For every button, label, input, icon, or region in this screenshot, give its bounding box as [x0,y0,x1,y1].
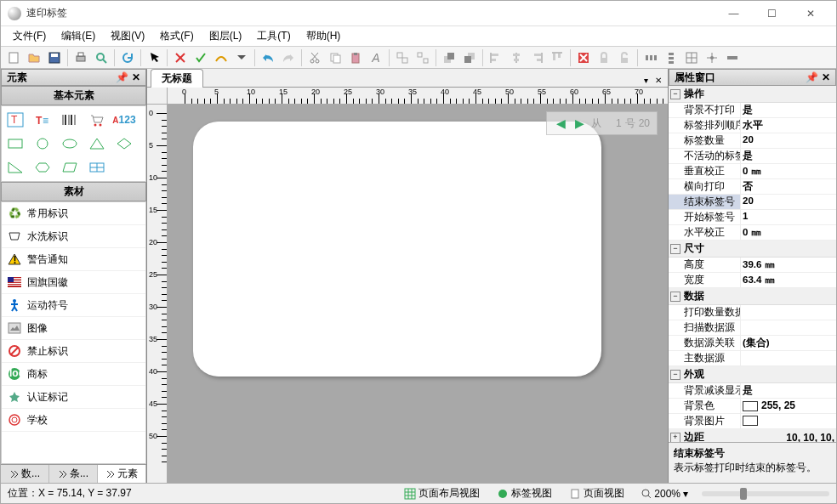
group-data[interactable]: −数据 [669,288,836,305]
right-triangle-icon[interactable] [3,157,27,178]
menu-file[interactable]: 文件(F) [8,27,51,45]
svg-point-90 [9,415,20,425]
text-tool-icon[interactable]: T [3,110,27,130]
group-size[interactable]: −尺寸 [669,241,836,258]
expand-icon[interactable]: + [670,433,680,443]
material-image[interactable]: 图像 [2,317,145,340]
cut-icon[interactable] [305,48,324,67]
maximize-button[interactable]: ☐ [753,1,791,26]
menu-help[interactable]: 帮助(H) [301,27,346,45]
lock-warning-icon[interactable] [574,48,593,67]
check-icon[interactable] [191,48,210,67]
label-canvas[interactable] [193,122,601,377]
align-right-icon[interactable] [527,48,546,67]
zoom-level[interactable]: 200% ▾ [638,487,692,501]
minimize-button[interactable]: — [715,1,753,26]
collapse-icon[interactable]: − [670,370,680,380]
paste-icon[interactable] [346,48,365,67]
dist-h-icon[interactable] [641,48,660,67]
horizontal-ruler[interactable]: 0510152025303540455055606570 [168,88,668,105]
text-icon[interactable]: A [367,48,385,67]
document-tab[interactable]: 无标题 [151,69,203,88]
measure-icon[interactable] [723,48,742,67]
dist-v-icon[interactable] [662,48,680,67]
diamond-tool-icon[interactable] [112,133,136,154]
align-top-icon[interactable] [548,48,567,67]
pointer-icon[interactable] [145,48,163,67]
align-center-icon[interactable] [507,48,526,67]
open-file-icon[interactable] [25,48,43,67]
layout-view-button[interactable]: 页面布局视图 [401,485,483,501]
material-common[interactable]: ♻️常用标识 [2,202,145,225]
snap-icon[interactable] [703,48,721,67]
counter-tool-icon[interactable]: A123 [112,110,136,130]
triangle-tool-icon[interactable] [85,133,109,154]
collapse-icon[interactable]: − [670,244,680,254]
richtext-tool-icon[interactable]: T≡ [31,110,54,130]
material-warning[interactable]: !警告通知 [2,248,145,271]
tab-close-icon[interactable]: ✕ [652,76,664,85]
material-flag[interactable]: 国旗国徽 [2,271,145,294]
material-trademark[interactable]: log商标 [2,363,145,386]
refresh-icon[interactable] [118,48,137,67]
material-prohibit[interactable]: 禁止标识 [2,340,145,363]
pin-icon[interactable]: 📌 [116,71,128,83]
next-page-icon[interactable]: ▶ [572,116,588,131]
lock-icon[interactable] [595,48,613,67]
redo-icon[interactable] [279,48,298,67]
material-cert[interactable]: 认证标记 [2,386,145,409]
barcode-tool-icon[interactable] [58,110,82,130]
collapse-icon[interactable]: − [670,292,680,302]
tab-barcode[interactable]: 条... [49,465,98,483]
group-icon[interactable] [393,48,412,67]
zoom-slider[interactable] [702,491,829,496]
save-icon[interactable] [45,48,64,67]
vertical-ruler[interactable]: 05101520253035404550 [147,105,168,483]
dropdown-icon[interactable] [232,48,251,67]
align-left-icon[interactable] [487,48,505,67]
preview-icon[interactable] [92,48,111,67]
undo-icon[interactable] [259,48,277,67]
canvas-viewport[interactable] [168,105,668,483]
material-sport[interactable]: 运动符号 [2,294,145,317]
zoom-thumb[interactable] [740,488,747,500]
delete-icon[interactable] [171,48,190,67]
label-view-button[interactable]: 标签视图 [493,485,555,501]
prev-page-icon[interactable]: ◀ [554,116,569,131]
pin-icon[interactable]: 📌 [806,71,818,83]
group-operation[interactable]: −操作 [669,86,836,103]
grid-icon[interactable] [682,48,701,67]
rect-tool-icon[interactable] [3,133,27,154]
page-view-button[interactable]: 页面视图 [566,485,628,501]
ellipse-tool-icon[interactable] [58,133,82,154]
ungroup-icon[interactable] [413,48,432,67]
menu-layer[interactable]: 图层(L) [204,27,248,45]
close-icon[interactable]: ✕ [132,71,140,83]
parallelogram-tool-icon[interactable] [58,157,82,178]
material-wash[interactable]: 水洗标识 [2,225,145,248]
tab-data[interactable]: 数... [1,465,49,483]
cart-tool-icon[interactable] [85,110,109,130]
new-file-icon[interactable] [4,48,23,67]
close-icon[interactable]: ✕ [822,71,830,83]
print-icon[interactable] [71,48,90,67]
menu-format[interactable]: 格式(F) [155,27,198,45]
material-school[interactable]: 学校 [2,409,145,432]
table-tool-icon[interactable] [85,157,109,178]
tab-elements[interactable]: 元素 [98,465,146,483]
menu-edit[interactable]: 编辑(E) [56,27,100,45]
curve-icon[interactable] [212,48,231,67]
hexagon-tool-icon[interactable] [31,157,54,178]
group-appearance[interactable]: −外观 [669,366,836,383]
close-button[interactable]: ✕ [791,1,829,26]
send-back-icon[interactable] [460,48,479,67]
group-margin[interactable]: +边距10, 10, 10, [669,429,836,442]
menu-tools[interactable]: 工具(T) [252,27,295,45]
circle-tool-icon[interactable] [31,133,54,154]
collapse-icon[interactable]: − [670,89,680,99]
tab-dropdown-icon[interactable]: ▾ [641,76,651,85]
unlock-icon[interactable] [615,48,634,67]
bring-front-icon[interactable] [440,48,458,67]
copy-icon[interactable] [326,48,344,67]
menu-view[interactable]: 视图(V) [105,27,150,45]
